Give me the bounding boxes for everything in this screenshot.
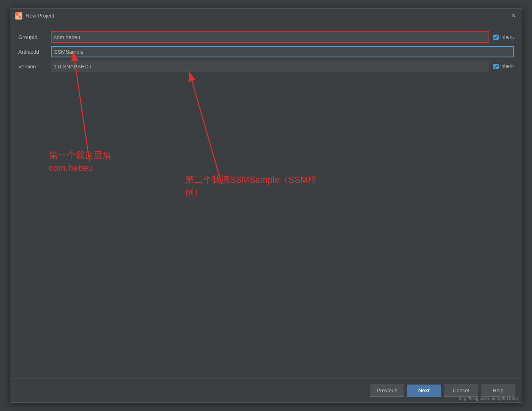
help-button[interactable]: Help — [481, 385, 515, 397]
group-id-inherit-label: Inherit — [500, 34, 514, 40]
group-id-input[interactable] — [51, 31, 489, 43]
artifact-id-label: ArtifactId — [18, 49, 51, 55]
annotation-first: 第一个我这里填 com.hebeu — [49, 149, 111, 175]
annotation-second-line2: 例） — [185, 186, 317, 199]
artifact-id-input[interactable] — [51, 46, 514, 57]
svg-rect-0 — [16, 13, 18, 15]
group-id-inherit: Inherit — [493, 34, 514, 40]
svg-rect-3 — [19, 16, 21, 18]
annotation-first-line2: com.hebeu — [49, 162, 111, 175]
svg-rect-2 — [16, 16, 18, 18]
annotation-second-line1: 第二个我填SSMSample（SSM样 — [185, 174, 317, 186]
group-id-row: GroupId Inherit — [18, 31, 514, 43]
version-inherit-label: Inherit — [500, 63, 514, 69]
artifact-id-row: ArtifactId — [18, 46, 514, 57]
svg-line-6 — [189, 71, 222, 184]
version-input[interactable] — [51, 61, 489, 72]
group-id-inherit-checkbox[interactable] — [493, 35, 499, 40]
version-label: Version — [18, 63, 51, 70]
bottom-bar: Previous Next Cancel Help — [10, 378, 522, 402]
annotation-first-line1: 第一个我这里填 — [49, 149, 111, 162]
title-bar: New Project × — [10, 9, 522, 23]
annotation-second: 第二个我填SSMSample（SSM样 例） — [185, 174, 317, 199]
next-button[interactable]: Next — [407, 385, 441, 397]
version-inherit-checkbox[interactable] — [493, 64, 499, 69]
new-project-dialog: New Project × GroupId Inherit ArtifactId… — [10, 8, 522, 403]
annotation-arrows — [10, 23, 522, 378]
form-content: GroupId Inherit ArtifactId Version Inher… — [10, 23, 522, 378]
version-inherit: Inherit — [493, 63, 514, 69]
svg-rect-1 — [19, 13, 21, 15]
cancel-button[interactable]: Cancel — [444, 385, 478, 397]
previous-button[interactable]: Previous — [370, 385, 404, 397]
version-row: Version Inherit — [18, 61, 514, 72]
watermark-text: http://blog.csdn.net/q0834850 — [459, 396, 518, 401]
group-id-label: GroupId — [18, 34, 51, 40]
close-button[interactable]: × — [510, 13, 517, 19]
app-icon — [15, 12, 22, 20]
dialog-title: New Project — [26, 13, 54, 19]
title-bar-left: New Project — [15, 12, 54, 20]
